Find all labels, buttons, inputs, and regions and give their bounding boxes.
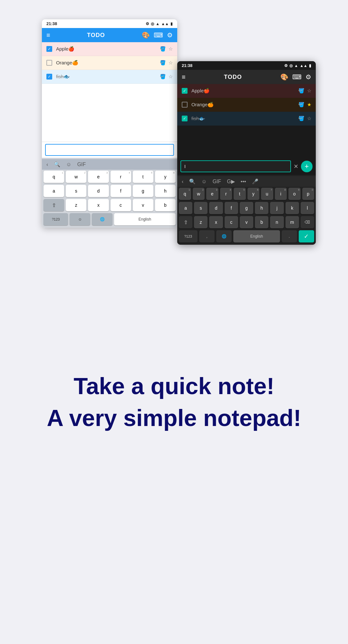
key-s-dark[interactable]: s: [194, 202, 208, 214]
menu-icon-dark[interactable]: ≡: [182, 73, 186, 81]
key-m-dark[interactable]: m: [285, 216, 299, 228]
key-e-dark[interactable]: e3: [206, 188, 218, 200]
key-p-dark[interactable]: p0: [302, 188, 314, 200]
key-v-light[interactable]: v: [133, 199, 153, 211]
gif-toolbar-dark[interactable]: GIF: [211, 178, 223, 185]
key-o-dark[interactable]: o9: [288, 188, 301, 200]
key-c-light[interactable]: c: [111, 199, 131, 211]
key-b-light[interactable]: b: [155, 199, 176, 211]
key-j-dark[interactable]: j: [270, 202, 284, 214]
key-a-dark[interactable]: a: [179, 202, 192, 214]
key-u-dark[interactable]: u7: [261, 188, 273, 200]
star-icon-orange-light[interactable]: ☆: [169, 60, 173, 66]
star-icon-apple-light[interactable]: ☆: [169, 46, 173, 52]
key-w-light[interactable]: w2: [66, 171, 86, 183]
key-n-dark[interactable]: n: [270, 216, 284, 228]
translate-toolbar-dark[interactable]: G▶: [225, 177, 237, 185]
globe-key-light[interactable]: 🌐: [92, 213, 112, 225]
add-button-dark[interactable]: +: [301, 161, 313, 172]
key-x-dark[interactable]: x: [209, 216, 223, 228]
key-k-dark[interactable]: k: [285, 202, 299, 214]
key-w-dark[interactable]: w2: [193, 188, 205, 200]
done-key-dark[interactable]: ✓: [299, 230, 314, 242]
shift-key-dark[interactable]: ⇧: [179, 216, 192, 228]
space-key-light[interactable]: English: [114, 213, 176, 225]
back-key-light[interactable]: ‹: [44, 161, 50, 168]
key-t-dark[interactable]: t5: [234, 188, 246, 200]
text-input-dark[interactable]: [180, 160, 291, 172]
key-v-dark[interactable]: v: [240, 216, 253, 228]
key-z-dark[interactable]: z: [194, 216, 208, 228]
palette-icon-dark[interactable]: 🎨: [280, 73, 288, 81]
mic-toolbar-dark[interactable]: 🎤: [250, 177, 260, 185]
key-t-light[interactable]: t5: [133, 171, 153, 183]
globe-key-dark[interactable]: 🌐: [216, 230, 232, 242]
key-y-dark[interactable]: y6: [247, 188, 260, 200]
settings-icon-light[interactable]: ⚙: [167, 31, 173, 39]
clear-button-dark[interactable]: ✕: [294, 163, 298, 170]
space-key-dark[interactable]: English: [233, 230, 280, 242]
star-icon-fish-dark[interactable]: ☆: [307, 116, 311, 121]
checkbox-orange-light[interactable]: [46, 60, 52, 66]
key-y-light[interactable]: y6: [155, 171, 176, 183]
gif-toolbar-light[interactable]: GIF: [75, 161, 88, 168]
key-l-dark[interactable]: l: [301, 202, 314, 214]
key-g-dark[interactable]: g: [240, 202, 253, 214]
backspace-key-dark[interactable]: ⌫: [301, 216, 314, 228]
search-toolbar-dark[interactable]: 🔍: [187, 177, 198, 185]
paint-icon-orange-light[interactable]: 🪣: [160, 60, 166, 66]
back-key-dark[interactable]: ‹: [180, 178, 185, 185]
settings-icon-dark[interactable]: ⚙: [305, 73, 311, 81]
period-key-dark[interactable]: .: [282, 230, 297, 242]
search-toolbar-light[interactable]: 🔍: [52, 160, 62, 168]
key-q-dark[interactable]: q1: [179, 188, 191, 200]
checkbox-fish-light[interactable]: ✓: [46, 74, 52, 80]
key-i-dark[interactable]: i8: [275, 188, 287, 200]
key-h-dark[interactable]: h: [255, 202, 268, 214]
paint-icon-fish-dark[interactable]: 🪣: [298, 116, 304, 121]
key-a-light[interactable]: a: [44, 185, 64, 197]
symbols-key-dark[interactable]: ?123: [179, 230, 198, 242]
checkbox-fish-dark[interactable]: ✓: [182, 116, 188, 121]
emoji-key-light[interactable]: ☺: [70, 213, 90, 225]
paint-icon-orange-dark[interactable]: 🪣: [298, 102, 304, 108]
todo-text-orange-light: Orange🍊: [56, 60, 156, 66]
key-d-light[interactable]: d: [88, 185, 109, 197]
key-z-light[interactable]: z: [66, 199, 86, 211]
star-icon-apple-dark[interactable]: ☆: [307, 88, 311, 94]
paint-icon-fish-light[interactable]: 🪣: [160, 74, 166, 80]
key-f-light[interactable]: f: [111, 185, 131, 197]
key-d-dark[interactable]: d: [209, 202, 223, 214]
paint-icon-apple-light[interactable]: 🪣: [160, 46, 166, 52]
input-field-light: [42, 142, 177, 158]
star-icon-orange-dark[interactable]: ★: [307, 102, 311, 108]
palette-icon-light[interactable]: 🎨: [142, 31, 150, 39]
key-b-dark[interactable]: b: [255, 216, 268, 228]
star-icon-fish-light[interactable]: ☆: [169, 74, 173, 80]
shift-key-light[interactable]: ⇧: [44, 199, 64, 211]
key-s-light[interactable]: s: [66, 185, 86, 197]
key-e-light[interactable]: e3: [88, 171, 109, 183]
checkbox-apple-light[interactable]: ✓: [46, 46, 52, 52]
text-input-light[interactable]: [45, 144, 174, 156]
checkbox-apple-dark[interactable]: ✓: [182, 88, 188, 94]
checkbox-orange-dark[interactable]: [182, 102, 188, 108]
paint-icon-apple-dark[interactable]: 🪣: [298, 88, 304, 94]
comma-key-dark[interactable]: ,: [199, 230, 215, 242]
symbols-key-light[interactable]: ?123: [44, 213, 68, 225]
phone-dark: 21:38 ⚙ ◎ ▲ ▲▲ ▮ ≡ TODO 🎨 ⌨ ⚙ ✓ Apple🍎: [177, 61, 316, 245]
key-f-dark[interactable]: f: [225, 202, 238, 214]
key-h-light[interactable]: h: [155, 185, 176, 197]
emoji-toolbar-dark[interactable]: ☺: [199, 178, 208, 185]
menu-icon-light[interactable]: ≡: [46, 32, 50, 39]
keyboard-icon-dark[interactable]: ⌨: [292, 73, 302, 81]
key-c-dark[interactable]: c: [225, 216, 238, 228]
key-x-light[interactable]: x: [88, 199, 109, 211]
key-g-light[interactable]: g: [133, 185, 153, 197]
key-q-light[interactable]: q1: [44, 171, 64, 183]
key-r-light[interactable]: r4: [111, 171, 131, 183]
more-toolbar-dark[interactable]: •••: [239, 178, 248, 185]
emoji-toolbar-light[interactable]: ☺: [64, 161, 73, 168]
key-r-dark[interactable]: r4: [220, 188, 232, 200]
keyboard-icon-light[interactable]: ⌨: [154, 31, 163, 39]
